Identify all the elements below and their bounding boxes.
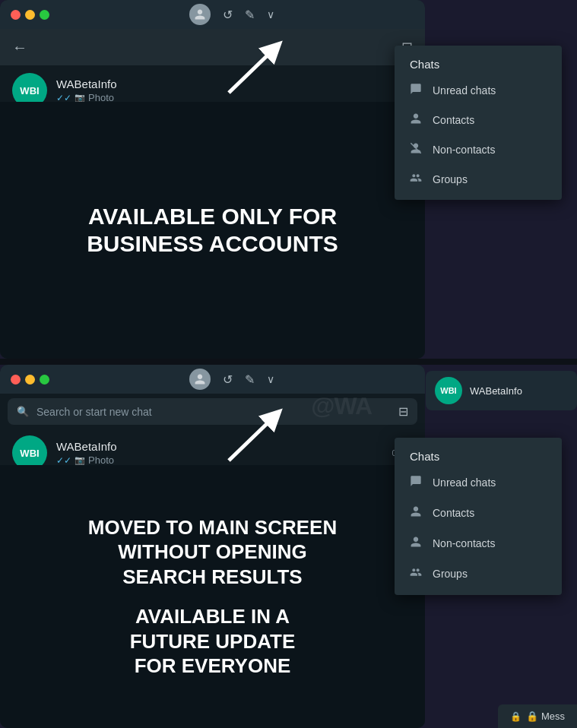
bottom-panel: ↺ ✎ ∨ 🔍 Search or start new chat @WA ⊟ W…: [0, 365, 425, 728]
announcement-top: AVAILABLE ONLY FOR BUSINESS ACCOUNTS: [71, 188, 353, 273]
groups-label-top: Groups: [433, 173, 468, 185]
dropdown-item-unread-top[interactable]: Unread chats: [395, 75, 562, 105]
search-icon-bottom: 🔍: [17, 406, 29, 417]
traffic-light-yellow[interactable]: [25, 10, 35, 20]
compose-icon-top[interactable]: ✎: [245, 8, 255, 22]
dropdown-menu-bottom: Chats Unread chats Contacts Non-contacts…: [395, 438, 562, 595]
avatar-wbi-notification: WBI: [435, 377, 462, 404]
main-content-top: AVAILABLE ONLY FOR BUSINESS ACCOUNTS: [0, 102, 425, 359]
dropdown-item-unread-bottom[interactable]: Unread chats: [395, 467, 562, 498]
non-contacts-label-bottom: Non-contacts: [433, 537, 495, 549]
traffic-light-green[interactable]: [40, 10, 49, 20]
filter-icon-bottom[interactable]: ⊟: [398, 404, 408, 419]
tl-green-bottom[interactable]: [40, 375, 49, 385]
check-marks-bottom: ✓✓: [56, 455, 71, 466]
traffic-lights-top: [11, 10, 49, 20]
contacts-label-top: Contacts: [433, 114, 474, 126]
chevron-down-icon-top[interactable]: ∨: [267, 8, 274, 21]
non-contacts-label-top: Non-contacts: [433, 144, 495, 156]
arrow-bottom: [221, 407, 290, 471]
groups-icon-top: [410, 172, 422, 186]
wabetainfo-notification[interactable]: WBI WABetaInfo: [426, 371, 577, 410]
wa-watermark: @WA: [311, 392, 372, 420]
dropdown-item-contacts-bottom[interactable]: Contacts: [395, 498, 562, 528]
mess-label: 🔒 Mess: [526, 711, 565, 722]
announcement-bottom-1: MOVED TO MAIN SCREEN WITHOUT OPENING SEA…: [88, 515, 337, 590]
dropdown-menu-top: Chats Unread chats Contacts Non-contacts…: [395, 46, 562, 200]
title-bar-top: ↺ ✎ ∨: [0, 0, 425, 29]
dropdown-item-contacts-top[interactable]: Contacts: [395, 105, 562, 135]
search-bar[interactable]: 🔍 Search or start new chat @WA ⊟: [8, 398, 417, 425]
dropdown-item-groups-bottom[interactable]: Groups: [395, 559, 562, 589]
chat-list-header-top: ← ⊟: [0, 29, 425, 65]
svg-line-4: [229, 416, 274, 461]
compose-icon-bottom[interactable]: ✎: [245, 372, 255, 387]
contacts-icon-top: [410, 112, 422, 127]
non-contacts-icon-top: [410, 142, 422, 157]
avatar-top[interactable]: [189, 4, 211, 25]
back-button-top[interactable]: ←: [12, 39, 27, 56]
svg-line-1: [229, 49, 274, 93]
chat-preview-bottom: Photo: [88, 454, 114, 466]
refresh-icon-top[interactable]: ↺: [223, 8, 233, 22]
unread-chats-label-top: Unread chats: [433, 84, 496, 97]
wabetainfo-notification-name: WABetaInfo: [470, 385, 522, 397]
refresh-icon-bottom[interactable]: ↺: [223, 372, 233, 387]
dropdown-item-noncontacts-bottom[interactable]: Non-contacts: [395, 528, 562, 559]
title-bar-bottom: ↺ ✎ ∨: [0, 365, 425, 394]
chat-name-bottom: WABetaInfo: [56, 440, 382, 453]
traffic-light-red[interactable]: [11, 10, 21, 20]
unread-chats-label-bottom: Unread chats: [433, 476, 496, 489]
panel-divider: [0, 359, 577, 365]
lock-icon: 🔒: [510, 711, 522, 722]
unread-chats-icon-top: [410, 83, 422, 97]
photo-icon-bottom: 📷: [75, 455, 85, 465]
dropdown-title-bottom: Chats: [395, 444, 562, 467]
traffic-lights-bottom: [11, 375, 49, 385]
groups-icon-bottom: [410, 566, 422, 581]
contacts-icon-bottom: [410, 505, 422, 521]
dropdown-item-noncontacts-top[interactable]: Non-contacts: [395, 135, 562, 164]
tl-yellow-bottom[interactable]: [25, 375, 35, 385]
unread-chats-icon-bottom: [410, 475, 422, 490]
contacts-label-bottom: Contacts: [433, 507, 474, 519]
announcement-bottom-2: AVAILABLE IN A FUTURE UPDATE FOR EVERYON…: [130, 604, 296, 679]
chat-info-bottom: WABetaInfo ✓✓ 📷 Photo: [56, 440, 382, 466]
main-content-bottom: MOVED TO MAIN SCREEN WITHOUT OPENING SEA…: [0, 465, 425, 728]
arrow-top: [221, 40, 290, 103]
groups-label-bottom: Groups: [433, 568, 468, 580]
dropdown-item-groups-top[interactable]: Groups: [395, 164, 562, 194]
chevron-down-icon-bottom[interactable]: ∨: [267, 373, 274, 385]
avatar-bottom[interactable]: [189, 369, 211, 390]
dropdown-title-top: Chats: [395, 52, 562, 75]
mess-button[interactable]: 🔒 🔒 Mess: [498, 704, 577, 728]
tl-red-bottom[interactable]: [11, 375, 21, 385]
non-contacts-icon-bottom: [410, 536, 422, 551]
top-panel: ↺ ✎ ∨ ← ⊟ WBI WABetaInfo ✓✓ 📷 Photo 16/0…: [0, 0, 425, 359]
